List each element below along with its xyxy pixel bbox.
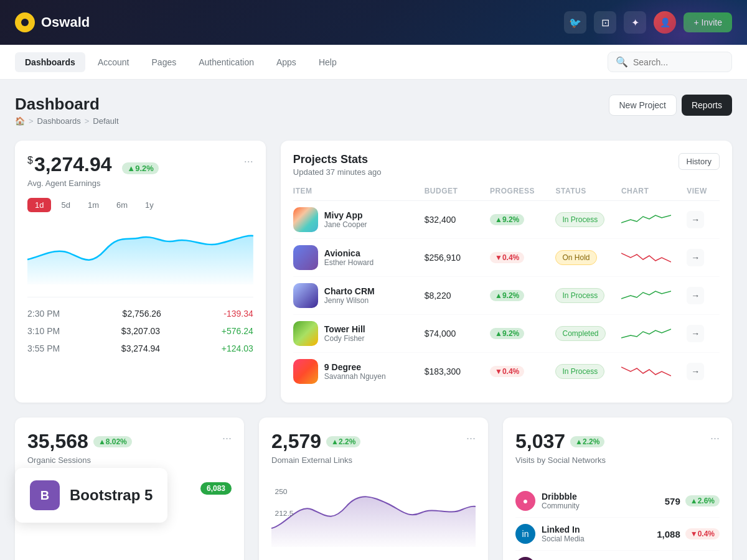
project-name-5: 9 Degree	[324, 362, 386, 372]
social-name-area-linkedin: Linked In Social Media	[542, 525, 585, 543]
breadcrumb: 🏠 > Dashboards > Default	[15, 116, 119, 126]
invite-button[interactable]: + Invite	[684, 12, 732, 32]
time-filter-1d[interactable]: 1d	[27, 198, 51, 212]
col-status: STATUS	[555, 187, 621, 195]
reports-button[interactable]: Reports	[682, 95, 732, 116]
col-view: VIEW	[687, 187, 720, 195]
project-name-2: Avionica	[324, 248, 374, 258]
projects-header: Projects Stats Updated 37 minutes ago Hi…	[293, 153, 720, 177]
progress-4: ▲9.2%	[490, 328, 555, 339]
social-info-dribbble: ● Dribbble Community	[515, 491, 580, 511]
progress-2: ▼0.4%	[490, 252, 555, 263]
linkedin-badge: ▼0.4%	[685, 528, 720, 539]
nav-item-dashboards[interactable]: Dashboards	[15, 52, 85, 72]
col-progress: PROGRESS	[490, 187, 555, 195]
view-btn-5[interactable]: →	[687, 363, 704, 380]
projects-table-header: ITEM BUDGET PROGRESS STATUS CHART VIEW	[293, 187, 720, 201]
nav-bar: Dashboards Account Pages Authentication …	[0, 45, 747, 80]
project-row-1: Mivy App Jane Cooper $32,400 ▲9.2% In Pr…	[293, 201, 720, 239]
budget-5: $183,300	[425, 366, 490, 376]
new-project-button[interactable]: New Project	[609, 95, 677, 116]
notifications-icon[interactable]: 🐦	[564, 11, 586, 34]
view-1: →	[687, 211, 720, 228]
bootstrap-promo: B Bootstrap 5	[15, 468, 167, 523]
view-btn-3[interactable]: →	[687, 287, 704, 304]
breadcrumb-dashboards[interactable]: Dashboards	[37, 116, 81, 126]
budget-3: $8,220	[425, 291, 490, 301]
time-3: 3:55 PM	[27, 343, 60, 353]
breadcrumb-home-icon: 🏠	[15, 116, 25, 126]
country-value: 6,083	[200, 482, 232, 495]
change-2: +576.24	[222, 326, 253, 336]
domain-chart: 250 212.5	[271, 485, 476, 547]
user-avatar[interactable]: 👤	[654, 11, 676, 34]
social-main: 5,037 ▲2.2% Visits by Social Networks	[515, 430, 606, 475]
earnings-more-btn[interactable]: ...	[244, 153, 253, 164]
domain-main: 2,579 ▲2.2% Domain External Links	[271, 430, 360, 475]
project-info-5: 9 Degree Savannah Nguyen	[293, 359, 425, 384]
earnings-label: Avg. Agent Earnings	[27, 179, 159, 188]
project-info-4: Tower Hill Cody Fisher	[293, 321, 425, 346]
social-row-slack: # Slack 794 ▲0.2%	[515, 551, 720, 560]
time-filter-5d[interactable]: 5d	[54, 198, 77, 212]
social-name-area-dribbble: Dribbble Community	[542, 492, 580, 510]
view-btn-2[interactable]: →	[687, 249, 704, 266]
project-person-5: Savannah Nguyen	[324, 372, 386, 381]
project-person-4: Cody Fisher	[324, 334, 365, 343]
nav-item-apps[interactable]: Apps	[266, 52, 306, 72]
social-value: 5,037	[515, 430, 565, 453]
project-icon-5	[293, 359, 318, 384]
search-box: 🔍	[608, 52, 732, 72]
sessions-label: Organic Sessions	[27, 455, 132, 465]
domain-more-btn[interactable]: ...	[466, 430, 476, 441]
social-info-linkedin: in Linked In Social Media	[515, 524, 585, 544]
view-btn-4[interactable]: →	[687, 325, 704, 342]
social-card: 5,037 ▲2.2% Visits by Social Networks ..…	[503, 418, 732, 560]
view-5: →	[687, 363, 720, 380]
project-info-3: Charto CRM Jenny Wilson	[293, 283, 425, 308]
earnings-badge: ▲9.2%	[122, 162, 159, 174]
view-btn-1[interactable]: →	[687, 211, 704, 228]
chart-3	[621, 286, 687, 305]
social-more-btn[interactable]: ...	[710, 430, 720, 441]
chart-2	[621, 248, 687, 267]
earnings-currency: $	[27, 155, 33, 166]
project-name-area-3: Charto CRM Jenny Wilson	[324, 286, 375, 305]
dribbble-badge: ▲2.6%	[685, 495, 720, 506]
page-title: Dashboard	[15, 95, 119, 114]
time-filter-1y[interactable]: 1y	[138, 198, 161, 212]
top-header: Oswald 🐦 ⊡ ✦ 👤 + Invite	[0, 0, 747, 45]
project-icon-3	[293, 283, 318, 308]
time-filter-6m[interactable]: 6m	[109, 198, 135, 212]
sessions-value: 35,568	[27, 430, 88, 453]
chart-1	[621, 210, 687, 229]
change-1: -139.34	[223, 309, 253, 319]
messages-icon[interactable]: ⊡	[594, 11, 616, 34]
bootstrap-icon: B	[30, 480, 60, 510]
search-input[interactable]	[633, 57, 724, 67]
view-3: →	[687, 287, 720, 304]
chart-5	[621, 362, 687, 381]
bootstrap-text: Bootstrap 5	[70, 487, 153, 504]
nav-item-pages[interactable]: Pages	[142, 52, 187, 72]
nav-item-account[interactable]: Account	[88, 52, 139, 72]
project-icon-2	[293, 245, 318, 270]
time-2: 3:10 PM	[27, 326, 60, 336]
domain-card: 2,579 ▲2.2% Domain External Links ...	[259, 418, 488, 560]
share-icon[interactable]: ✦	[624, 11, 646, 34]
history-button[interactable]: History	[679, 153, 720, 170]
col-budget: BUDGET	[425, 187, 490, 195]
project-row-3: Charto CRM Jenny Wilson $8,220 ▲9.2% In …	[293, 277, 720, 315]
nav-item-help[interactable]: Help	[309, 52, 347, 72]
nav-item-authentication[interactable]: Authentication	[189, 52, 264, 72]
sessions-more-btn[interactable]: ...	[222, 430, 232, 441]
budget-2: $256,910	[425, 253, 490, 263]
project-row-4: Tower Hill Cody Fisher $74,000 ▲9.2% Com…	[293, 315, 720, 353]
earnings-row-2: 3:10 PM $3,207.03 +576.24	[27, 322, 253, 340]
time-filter-1m[interactable]: 1m	[80, 198, 106, 212]
header-actions: 🐦 ⊡ ✦ 👤 + Invite	[564, 11, 732, 34]
budget-1: $32,400	[425, 215, 490, 225]
project-name-1: Mivy App	[324, 210, 367, 220]
cards-grid-row1: $3,274.94 ▲9.2% Avg. Agent Earnings ... …	[15, 141, 732, 403]
status-3: In Process	[555, 288, 621, 303]
